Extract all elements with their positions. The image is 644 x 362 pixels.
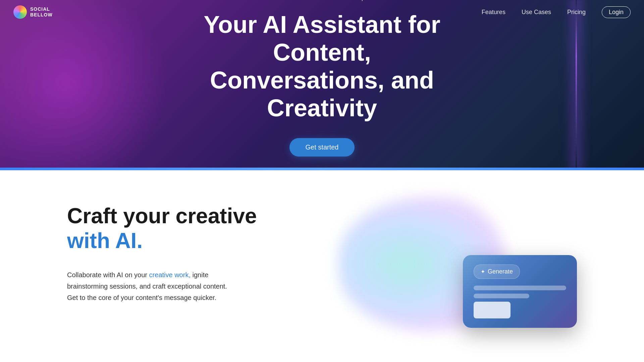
logo-text: SOCIAL BELLOW — [30, 6, 53, 18]
card-line-3 — [474, 302, 511, 318]
generate-card: ✦ Generate — [463, 255, 577, 328]
nav-link-pricing[interactable]: Pricing — [567, 9, 586, 16]
generate-button[interactable]: ✦ Generate — [474, 264, 520, 279]
hero-title: Your AI Assistant for Content, Conversat… — [171, 11, 473, 122]
sparkle-icon: ✦ — [481, 268, 485, 275]
second-section: Craft your creative with AI. Collaborate… — [0, 170, 644, 362]
nav-link-use-cases[interactable]: Use Cases — [522, 9, 551, 16]
card-line-1 — [474, 286, 566, 290]
get-started-button[interactable]: Get started — [289, 138, 355, 157]
logo-icon — [13, 5, 27, 19]
login-button[interactable]: Login — [602, 6, 631, 18]
second-left-content: Craft your creative with AI. Collaborate… — [67, 197, 305, 303]
nav-link-features[interactable]: Features — [482, 9, 505, 16]
second-right-content: ✦ Generate — [339, 197, 577, 331]
navbar: SOCIAL BELLOW Features Use Cases Pricing… — [0, 0, 644, 24]
second-section-description: Collaborate with AI on your creative wor… — [67, 269, 235, 303]
blue-strip-divider — [0, 168, 644, 170]
second-section-title: Craft your creative with AI. — [67, 204, 305, 253]
card-content-lines — [474, 286, 566, 318]
hero-section: AI-Powered Creative Content Companion Yo… — [0, 0, 644, 168]
logo[interactable]: SOCIAL BELLOW — [13, 5, 53, 19]
card-line-2 — [474, 294, 529, 298]
nav-links: Features Use Cases Pricing Login — [482, 6, 631, 18]
